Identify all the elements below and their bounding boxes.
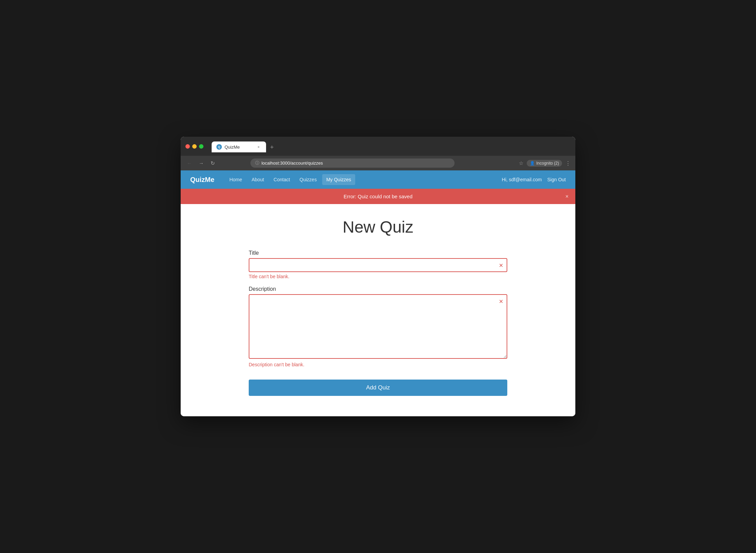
tab-favicon: Q [216, 144, 222, 150]
browser-tab-bar: Q QuizMe × + [207, 140, 571, 152]
close-traffic-light[interactable] [185, 144, 190, 149]
reload-button[interactable]: ↻ [209, 160, 216, 167]
bookmark-icon[interactable]: ☆ [519, 160, 523, 166]
page-title: New Quiz [249, 218, 507, 236]
title-input[interactable] [249, 258, 507, 272]
browser-chrome: Q QuizMe × + ← → ↻ ⓘ localhost:3000/acco… [181, 137, 575, 170]
traffic-lights [185, 144, 203, 149]
incognito-label: Incognito (2) [536, 161, 559, 166]
nav-quizzes[interactable]: Quizzes [295, 174, 321, 185]
navbar-links: Home About Contact Quizzes My Quizzes [225, 174, 355, 185]
error-banner: Error: Quiz could not be saved × [181, 189, 575, 204]
active-tab[interactable]: Q QuizMe × [212, 141, 266, 152]
navbar: QuizMe Home About Contact Quizzes My Qui… [181, 170, 575, 189]
nav-home[interactable]: Home [225, 174, 246, 185]
user-greeting: Hi, sdf@email.com [502, 177, 542, 182]
address-bar[interactable]: ⓘ localhost:3000/account/quizzes [250, 158, 455, 168]
description-label: Description [249, 286, 507, 292]
main-content: New Quiz Title ✕ Title can't be blank. D… [242, 204, 514, 416]
menu-icon[interactable]: ⋮ [565, 160, 571, 166]
navbar-brand[interactable]: QuizMe [190, 176, 214, 184]
add-quiz-button[interactable]: Add Quiz [249, 380, 507, 396]
error-message: Error: Quiz could not be saved [344, 194, 413, 199]
tab-title-text: QuizMe [225, 145, 253, 150]
browser-window: Q QuizMe × + ← → ↻ ⓘ localhost:3000/acco… [181, 137, 575, 416]
title-clear-button[interactable]: ✕ [499, 262, 503, 268]
title-form-group: Title ✕ Title can't be blank. [249, 250, 507, 279]
navbar-right: Hi, sdf@email.com Sign Out [502, 177, 566, 182]
error-close-button[interactable]: × [565, 194, 569, 200]
back-button[interactable]: ← [185, 160, 193, 167]
maximize-traffic-light[interactable] [199, 144, 203, 149]
minimize-traffic-light[interactable] [192, 144, 197, 149]
description-form-group: Description ✕ Description can't be blank… [249, 286, 507, 367]
description-textarea[interactable] [249, 294, 507, 359]
nav-my-quizzes[interactable]: My Quizzes [322, 174, 355, 185]
sign-out-link[interactable]: Sign Out [547, 177, 566, 182]
app-content: QuizMe Home About Contact Quizzes My Qui… [181, 170, 575, 416]
description-clear-button[interactable]: ✕ [499, 298, 503, 305]
incognito-badge: 👤 Incognito (2) [527, 160, 562, 167]
title-input-wrapper: ✕ [249, 258, 507, 272]
description-error: Description can't be blank. [249, 362, 507, 367]
nav-contact[interactable]: Contact [269, 174, 294, 185]
url-text: localhost:3000/account/quizzes [261, 161, 323, 166]
browser-addressbar: ← → ↻ ⓘ localhost:3000/account/quizzes ☆… [181, 156, 575, 170]
browser-titlebar: Q QuizMe × + [181, 137, 575, 156]
incognito-icon: 👤 [530, 161, 535, 166]
nav-about[interactable]: About [247, 174, 268, 185]
title-error: Title can't be blank. [249, 274, 507, 279]
forward-button[interactable]: → [197, 160, 205, 167]
new-tab-button[interactable]: + [267, 143, 277, 152]
description-input-wrapper: ✕ [249, 294, 507, 360]
browser-toolbar-right: ☆ 👤 Incognito (2) ⋮ [519, 160, 571, 167]
tab-close-button[interactable]: × [256, 144, 261, 150]
lock-icon: ⓘ [255, 160, 259, 166]
title-label: Title [249, 250, 507, 256]
